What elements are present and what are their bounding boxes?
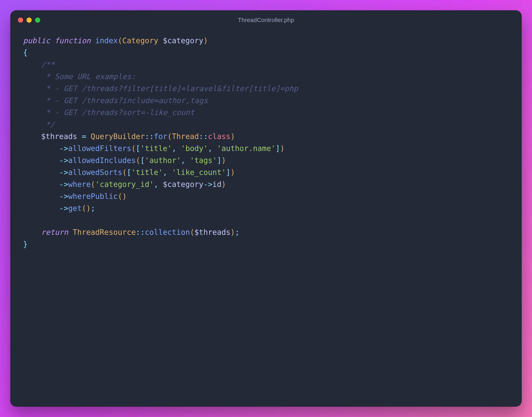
brace: } [23,240,28,249]
method-name: for [154,132,167,141]
code-line: public function index(Category $category… [23,36,208,45]
paren: ) [203,36,208,45]
bracket: [ [127,168,131,177]
comment: * Some URL examples: [41,72,136,81]
string: 'author' [145,156,181,165]
code-line: ->allowedIncludes(['author', 'tags']) [23,156,226,165]
paren: ) [230,168,235,177]
param-type: Category [122,36,159,45]
code-line: ->wherePublic() [23,192,127,201]
keyword-class: class [208,132,230,141]
traffic-lights [18,18,40,23]
code-content: public function index(Category $category… [23,35,509,250]
method-name: allowedFilters [68,144,131,153]
window-title: ThreadController.php [18,17,514,23]
arrow: -> [59,144,68,153]
operator: = [77,132,91,141]
function-name: index [95,36,118,45]
string: 'title' [131,168,163,177]
keyword-function: function [55,36,91,45]
comma: , [163,168,172,177]
string: 'author.name' [217,144,276,153]
comment: */ [41,120,54,129]
method-name: allowedSorts [68,168,122,177]
class-name: Thread [172,132,199,141]
comment: * - GET /threads?filter[title]=laravel&f… [41,84,298,93]
method-name: allowedIncludes [68,156,136,165]
separator: :: [136,228,145,237]
minimize-icon[interactable] [27,18,32,23]
code-line: ->get(); [23,204,95,213]
comma: , [172,144,181,153]
paren: ) [86,204,91,213]
code-line: } [23,240,28,249]
paren: ( [122,168,127,177]
code-line: { [23,48,28,57]
variable: $threads [194,228,231,237]
maximize-icon[interactable] [35,18,40,23]
space [158,36,163,45]
titlebar: ThreadController.php [10,10,522,29]
paren: ) [230,228,235,237]
string: 'tags' [190,156,217,165]
class-name: ThreadResource [73,228,136,237]
brace: { [23,48,28,57]
paren: ( [118,192,122,201]
comma: , [181,156,190,165]
bracket: ] [217,156,221,165]
code-line: /** [23,60,55,69]
code-editor[interactable]: public function index(Category $category… [10,29,522,265]
method-name: where [68,180,91,189]
code-line: * - GET /threads?sort=-like_count [23,108,194,117]
method-name: wherePublic [68,192,118,201]
paren: ( [131,144,136,153]
code-line: ->allowedFilters(['title', 'body', 'auth… [23,144,285,153]
paren: ( [91,180,95,189]
arrow: -> [203,180,213,189]
bracket: ] [226,168,230,177]
paren: ) [230,132,235,141]
param-var: $category [163,36,203,45]
code-line: * - GET /threads?filter[title]=laravel&f… [23,84,298,93]
code-line: */ [23,120,55,129]
method-name: get [68,204,82,213]
paren: ( [136,156,140,165]
arrow: -> [59,204,68,213]
paren: ( [82,204,86,213]
paren: ) [221,180,226,189]
code-line: $threads = QueryBuilder::for(Thread::cla… [23,132,235,141]
code-line: ->where('category_id', $category->id) [23,180,226,189]
arrow: -> [59,168,68,177]
method-name: collection [145,228,190,237]
semicolon: ; [235,228,239,237]
comma: , [208,144,217,153]
arrow: -> [59,192,68,201]
close-icon[interactable] [18,18,23,23]
code-window: ThreadController.php public function ind… [10,10,522,407]
bracket: [ [136,144,140,153]
code-line: * - GET /threads?include=author,tags [23,96,208,105]
keyword-public: public [23,36,50,45]
comment: * - GET /threads?sort=-like_count [41,108,194,117]
semicolon: ; [91,204,95,213]
paren: ( [118,36,122,45]
paren: ( [167,132,172,141]
paren: ( [190,228,194,237]
comment: /** [41,60,54,69]
string: 'title' [140,144,172,153]
separator: :: [145,132,154,141]
code-line: * Some URL examples: [23,72,136,81]
arrow: -> [59,156,68,165]
code-line: return ThreadResource::collection($threa… [23,228,240,237]
string: 'category_id' [95,180,154,189]
comma: , [154,180,163,189]
variable: $threads [41,132,77,141]
paren: ) [122,192,127,201]
string: 'like_count' [172,168,226,177]
comment: * - GET /threads?include=author,tags [41,96,208,105]
bracket: [ [140,156,145,165]
paren: ) [280,144,285,153]
bracket: ] [276,144,280,153]
variable: $category [163,180,203,189]
class-name: QueryBuilder [91,132,145,141]
